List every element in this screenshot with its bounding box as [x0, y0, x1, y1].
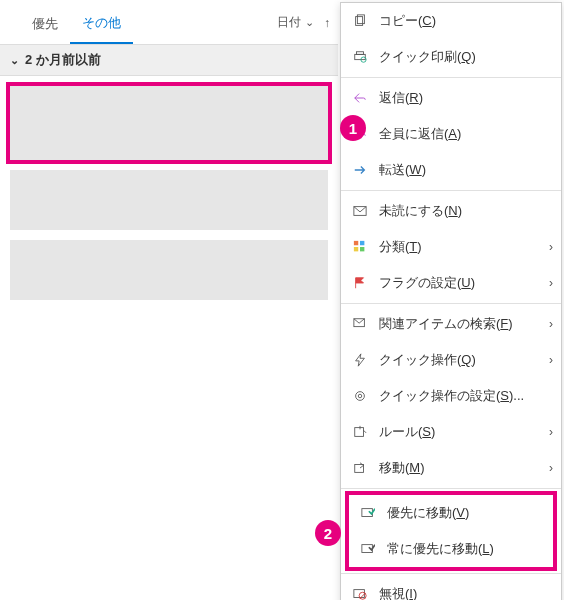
menu-label: 関連アイテムの検索(F) [379, 315, 533, 333]
flag-icon [351, 274, 369, 292]
menu-forward[interactable]: 転送(W) [341, 152, 561, 188]
chevron-down-icon: ⌄ [10, 54, 19, 67]
menu-label: クイック操作の設定(S)... [379, 387, 533, 405]
menu-label: 優先に移動(V) [387, 504, 525, 522]
tab-other[interactable]: その他 [70, 8, 133, 44]
highlighted-menu-group: 優先に移動(V) 常に優先に移動(L) [345, 491, 557, 571]
annotation-badge-1: 1 [340, 115, 366, 141]
context-menu: コピー(C) クイック印刷(Q) 返信(R) 全員に返信(A) 転送(W) 未読… [340, 2, 562, 600]
menu-label: 返信(R) [379, 89, 533, 107]
menu-label: 移動(M) [379, 459, 533, 477]
rules-icon [351, 423, 369, 441]
menu-always-move-to-priority[interactable]: 常に優先に移動(L) [349, 531, 553, 567]
mail-icon [351, 202, 369, 220]
menu-separator [341, 488, 561, 489]
message-item[interactable] [10, 86, 328, 160]
message-item[interactable] [10, 170, 328, 230]
chevron-right-icon: › [549, 353, 553, 367]
menu-separator [341, 190, 561, 191]
mail-check-icon [359, 540, 377, 558]
menu-flag[interactable]: フラグの設定(U) › [341, 265, 561, 301]
mail-search-icon [351, 315, 369, 333]
message-list-pane: 優先 その他 日付 ⌄ ↑ ⌄ 2 か月前以前 [0, 0, 338, 600]
menu-ignore[interactable]: 無視(I) [341, 576, 561, 600]
menu-move[interactable]: 移動(M) › [341, 450, 561, 486]
svg-point-12 [358, 394, 362, 398]
lightning-icon [351, 351, 369, 369]
message-list [0, 86, 338, 300]
reply-icon [351, 89, 369, 107]
copy-icon [351, 12, 369, 30]
sort-control[interactable]: 日付 ⌄ ↑ [277, 14, 330, 31]
annotation-badge-2: 2 [315, 520, 341, 546]
menu-copy[interactable]: コピー(C) [341, 3, 561, 39]
svg-rect-13 [355, 428, 364, 437]
svg-rect-3 [357, 52, 364, 55]
date-group-header[interactable]: ⌄ 2 か月前以前 [0, 45, 338, 76]
menu-separator [341, 77, 561, 78]
menu-label: クイック印刷(Q) [379, 48, 533, 66]
menu-label: ルール(S) [379, 423, 533, 441]
group-label: 2 か月前以前 [25, 51, 101, 69]
mail-check-icon [359, 504, 377, 522]
chevron-right-icon: › [549, 461, 553, 475]
svg-rect-6 [354, 241, 358, 245]
print-icon [351, 48, 369, 66]
menu-label: 常に優先に移動(L) [387, 540, 525, 558]
chevron-right-icon: › [549, 276, 553, 290]
menu-categorize[interactable]: 分類(T) › [341, 229, 561, 265]
menu-quick-steps[interactable]: クイック操作(Q) › [341, 342, 561, 378]
menu-rules[interactable]: ルール(S) › [341, 414, 561, 450]
menu-label: 転送(W) [379, 161, 533, 179]
menu-find-related[interactable]: 関連アイテムの検索(F) › [341, 306, 561, 342]
menu-quick-print[interactable]: クイック印刷(Q) [341, 39, 561, 75]
svg-rect-9 [360, 247, 364, 251]
menu-quick-steps-settings[interactable]: クイック操作の設定(S)... [341, 378, 561, 414]
move-icon [351, 459, 369, 477]
svg-rect-14 [355, 465, 364, 473]
forward-icon [351, 161, 369, 179]
menu-separator [341, 303, 561, 304]
menu-mark-unread[interactable]: 未読にする(N) [341, 193, 561, 229]
sort-label: 日付 [277, 14, 301, 31]
menu-label: 無視(I) [379, 585, 533, 600]
message-item[interactable] [10, 240, 328, 300]
chevron-right-icon: › [549, 317, 553, 331]
menu-label: 全員に返信(A) [379, 125, 533, 143]
menu-label: 未読にする(N) [379, 202, 533, 220]
menu-move-to-priority[interactable]: 優先に移動(V) [349, 495, 553, 531]
chevron-down-icon: ⌄ [305, 16, 314, 29]
inbox-tabs: 優先 その他 日付 ⌄ ↑ [0, 0, 338, 45]
menu-label: フラグの設定(U) [379, 274, 533, 292]
categorize-icon [351, 238, 369, 256]
tab-priority[interactable]: 優先 [20, 9, 70, 43]
sort-direction-icon: ↑ [324, 16, 330, 30]
svg-rect-7 [360, 241, 364, 245]
menu-reply-all[interactable]: 全員に返信(A) [341, 116, 561, 152]
menu-label: 分類(T) [379, 238, 533, 256]
svg-point-11 [356, 392, 365, 401]
ignore-icon [351, 585, 369, 600]
menu-reply[interactable]: 返信(R) [341, 80, 561, 116]
chevron-right-icon: › [549, 425, 553, 439]
svg-rect-8 [354, 247, 358, 251]
menu-label: コピー(C) [379, 12, 533, 30]
chevron-right-icon: › [549, 240, 553, 254]
menu-label: クイック操作(Q) [379, 351, 533, 369]
gear-icon [351, 387, 369, 405]
menu-separator [341, 573, 561, 574]
